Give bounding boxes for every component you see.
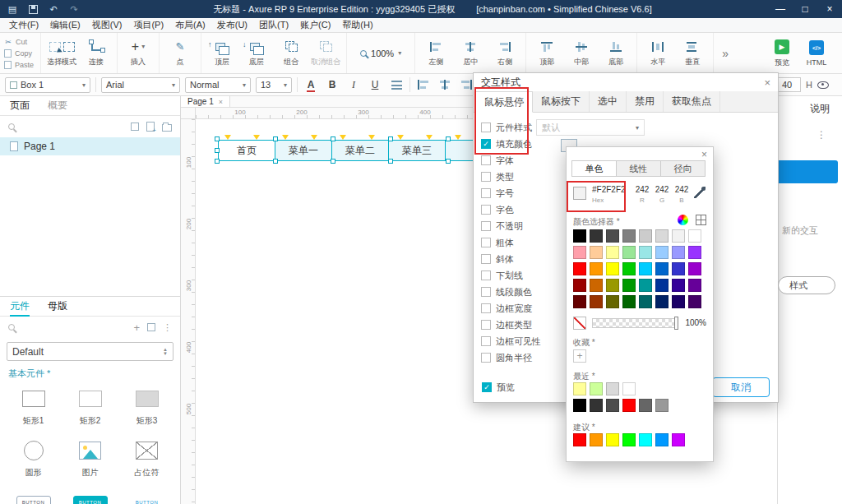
minimize-button[interactable]: — xyxy=(768,0,793,18)
canvas-page-tab[interactable]: Page 1 × xyxy=(181,96,230,107)
recent-swatch[interactable] xyxy=(606,399,619,412)
tab-disabled[interactable]: 禁用 xyxy=(627,91,664,112)
palette-swatch[interactable] xyxy=(573,262,586,275)
dialog-header[interactable]: 交互样式 × xyxy=(474,73,778,91)
recent-swatch[interactable] xyxy=(573,399,586,412)
palette-swatch[interactable] xyxy=(688,229,701,243)
selection-handle[interactable] xyxy=(446,136,451,141)
menu-help[interactable]: 帮助(H) xyxy=(336,19,378,31)
close-button[interactable]: × xyxy=(817,0,842,18)
opacity-slider-handle[interactable] xyxy=(674,317,678,330)
selection-handle[interactable] xyxy=(331,136,335,141)
align-center-button[interactable]: 居中 xyxy=(453,36,488,70)
palette-swatch[interactable] xyxy=(622,279,636,292)
tab-close-icon[interactable]: × xyxy=(219,98,223,106)
menu-view[interactable]: 视图(V) xyxy=(86,19,128,31)
palette-swatch[interactable] xyxy=(672,262,685,275)
palette-swatch[interactable] xyxy=(655,246,669,259)
opacity-slider[interactable] xyxy=(592,318,678,328)
recent-swatch[interactable] xyxy=(590,399,603,412)
menu-file[interactable]: 文件(F) xyxy=(3,19,44,31)
tab-masters[interactable]: 母版 xyxy=(48,299,67,313)
ungroup-button[interactable]: 取消组合 xyxy=(308,36,343,70)
menu-cell-home[interactable]: 首页 xyxy=(218,140,275,161)
preview-checkbox[interactable]: ✓预览 xyxy=(482,379,515,395)
suggested-swatch[interactable] xyxy=(573,433,586,446)
add-favorite-button[interactable]: + xyxy=(573,349,586,363)
maximize-button[interactable]: □ xyxy=(793,0,817,18)
checkbox-underline[interactable]: 下划线 xyxy=(481,267,541,284)
suggested-swatch[interactable] xyxy=(655,433,669,446)
palette-swatch[interactable] xyxy=(590,295,603,308)
menu-cell-3[interactable]: 菜单三 xyxy=(388,140,446,161)
widget-image[interactable]: 图片 xyxy=(62,432,118,483)
palette-swatch[interactable] xyxy=(622,295,636,308)
widget-style-select[interactable]: Box 1 ▾ xyxy=(5,77,90,93)
palette-swatch[interactable] xyxy=(622,262,636,275)
selection-handle[interactable] xyxy=(273,159,278,164)
new-interaction-button[interactable] xyxy=(778,160,838,183)
tab-widgets[interactable]: 元件 xyxy=(10,297,30,317)
checkbox-font-size[interactable]: 字号 xyxy=(481,185,541,201)
visibility-eye-icon[interactable] xyxy=(817,81,829,89)
text-color-button[interactable]: A xyxy=(303,77,319,93)
menu-cell-1[interactable]: 菜单一 xyxy=(275,140,332,161)
palette-swatch[interactable] xyxy=(655,279,669,292)
selection-handle[interactable] xyxy=(331,159,335,164)
suggested-swatch[interactable] xyxy=(622,433,636,446)
menu-edit[interactable]: 编辑(E) xyxy=(44,19,86,31)
suggested-swatch[interactable] xyxy=(672,433,685,446)
align-right-button[interactable]: 右侧 xyxy=(488,36,522,70)
palette-swatch[interactable] xyxy=(590,279,603,292)
current-color-swatch[interactable] xyxy=(573,187,586,200)
checkbox-type[interactable]: 类型 xyxy=(481,169,541,185)
add-library-icon[interactable]: + xyxy=(133,322,140,333)
menu-layout[interactable]: 布局(A) xyxy=(169,19,211,31)
tab-linear[interactable]: 线性 xyxy=(616,160,661,177)
palette-swatch[interactable] xyxy=(573,295,586,308)
menu-team[interactable]: 团队(T) xyxy=(253,19,294,31)
tab-focused[interactable]: 获取焦点 xyxy=(664,91,720,112)
widget-box2[interactable]: 矩形2 xyxy=(62,380,118,432)
palette-swatch[interactable] xyxy=(655,262,669,275)
bullet-list-button[interactable] xyxy=(388,77,405,93)
palette-swatch[interactable] xyxy=(622,246,636,259)
checkbox-font-color[interactable]: 字色 xyxy=(481,201,541,218)
page-tree-item[interactable]: Page 1 xyxy=(0,137,180,155)
checkbox-italic[interactable]: 斜体 xyxy=(481,251,541,267)
tab-solid[interactable]: 单色 xyxy=(571,160,617,177)
palette-swatch[interactable] xyxy=(606,262,619,275)
zoom-control[interactable]: 100% ▾ xyxy=(350,49,411,58)
palette-swatch[interactable] xyxy=(590,229,603,243)
widget-box1[interactable]: 矩形1 xyxy=(5,380,62,432)
expand-all-icon[interactable] xyxy=(131,123,139,131)
checkbox-line-color[interactable]: 线段颜色 xyxy=(481,284,541,300)
widget-button-link[interactable]: BUTTON xyxy=(118,483,175,504)
search-icon[interactable] xyxy=(8,123,15,130)
html-export-button[interactable]: </> HTML xyxy=(799,37,834,69)
widget-placeholder[interactable]: 占位符 xyxy=(118,432,175,483)
hex-value[interactable]: #F2F2F2 xyxy=(592,185,628,194)
search-icon[interactable] xyxy=(8,324,15,331)
tab-notes[interactable]: 说明 xyxy=(810,102,830,116)
eyedropper-icon[interactable] xyxy=(694,187,706,198)
palette-swatch[interactable] xyxy=(590,246,603,259)
preview-button[interactable]: ▶ 预览 xyxy=(765,36,799,71)
widget-button-default[interactable]: BUTTON xyxy=(5,483,62,504)
suggested-swatch[interactable] xyxy=(590,433,603,446)
widget-button-primary[interactable]: BUTTON xyxy=(62,483,118,504)
recent-swatch[interactable] xyxy=(573,382,586,395)
selection-handle[interactable] xyxy=(388,136,393,141)
no-fill-swatch[interactable] xyxy=(573,317,586,330)
palette-swatch[interactable] xyxy=(688,279,701,292)
selection-handle[interactable] xyxy=(446,159,451,164)
menu-account[interactable]: 账户(C) xyxy=(294,19,336,31)
align-top-button[interactable]: 顶部 xyxy=(530,36,564,70)
bring-to-front-button[interactable]: 顶层 xyxy=(205,36,239,70)
palette-swatch[interactable] xyxy=(672,246,685,259)
recent-swatch[interactable] xyxy=(590,382,603,395)
recent-swatch[interactable] xyxy=(622,399,636,412)
group-button[interactable]: 组合 xyxy=(274,36,308,70)
recent-swatch[interactable] xyxy=(622,382,636,395)
text-align-center-button[interactable] xyxy=(437,77,453,93)
